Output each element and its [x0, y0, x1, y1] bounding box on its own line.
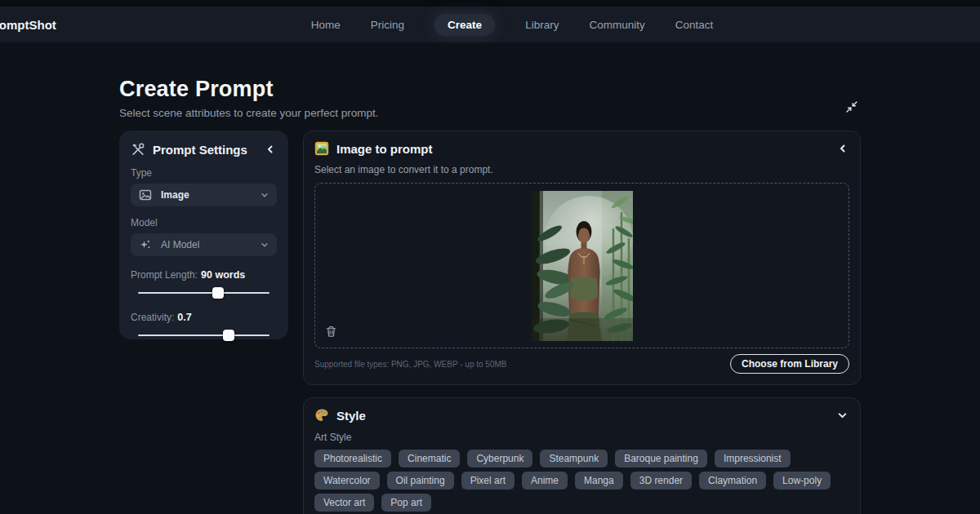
nav-item-library[interactable]: Library — [525, 19, 559, 31]
creativity-label: Creativity: — [131, 312, 174, 323]
chevron-down-icon — [261, 241, 269, 249]
chip-manga[interactable]: Manga — [575, 472, 623, 490]
image-to-prompt-panel: Image to prompt Select an image to conve… — [303, 131, 861, 385]
chip-baroque-painting[interactable]: Baroque painting — [615, 450, 707, 467]
style-panel-title: Style — [336, 409, 366, 423]
prompt-settings-title: Prompt Settings — [153, 143, 247, 157]
chip-oil-painting[interactable]: Oil painting — [387, 472, 454, 490]
nav-item-contact[interactable]: Contact — [675, 19, 714, 31]
prompt-settings-header: Prompt Settings — [131, 142, 277, 157]
page-content: Create Prompt Select scene attributes to… — [119, 42, 861, 514]
prompt-length-row: Prompt Length:90 words — [131, 269, 277, 281]
art-style-chips: Photorealistic Cinematic Cyberpunk Steam… — [314, 450, 849, 512]
image-panel-footer: Supported file types: PNG, JPG, WEBP - u… — [314, 354, 849, 374]
navbar: PromptShot Home Pricing Create Library C… — [0, 7, 980, 42]
page-title: Create Prompt — [119, 77, 378, 102]
chip-pixel-art[interactable]: Pixel art — [461, 472, 514, 490]
chevron-down-icon — [261, 191, 269, 199]
creativity-slider[interactable] — [138, 330, 270, 341]
chip-photorealistic[interactable]: Photorealistic — [314, 450, 391, 467]
slider-thumb[interactable] — [212, 287, 224, 299]
chip-cyberpunk[interactable]: Cyberpunk — [467, 450, 532, 467]
image-panel-subtitle: Select an image to convert it to a promp… — [314, 164, 849, 175]
choose-from-library-button[interactable]: Choose from Library — [730, 354, 849, 374]
type-dropdown[interactable]: Image — [131, 184, 277, 206]
chip-anime[interactable]: Anime — [522, 472, 568, 490]
model-label: Model — [131, 217, 277, 228]
art-style-label: Art Style — [314, 432, 849, 443]
main-nav: Home Pricing Create Library Community Co… — [311, 14, 713, 36]
trash-icon[interactable] — [325, 326, 337, 338]
chip-3d-render[interactable]: 3D render — [630, 472, 692, 490]
nav-item-home[interactable]: Home — [311, 19, 341, 31]
creativity-value: 0.7 — [177, 312, 191, 323]
content-layout: Prompt Settings Type Image — [119, 131, 861, 514]
page-header: Create Prompt Select scene attributes to… — [119, 42, 861, 119]
chip-watercolor[interactable]: Watercolor — [314, 472, 380, 490]
chip-steampunk[interactable]: Steampunk — [540, 450, 608, 467]
image-panel-title: Image to prompt — [336, 142, 433, 156]
framed-picture-icon — [314, 141, 329, 156]
chip-low-poly[interactable]: Low-poly — [773, 472, 831, 490]
prompt-length-slider[interactable] — [138, 287, 270, 299]
slider-thumb[interactable] — [223, 330, 234, 341]
style-panel: Style Art Style Photorealistic Cinematic… — [303, 397, 861, 514]
slider-track — [138, 335, 270, 336]
chip-pop-art[interactable]: Pop art — [381, 494, 431, 512]
image-dropzone[interactable] — [314, 183, 849, 348]
slider-track — [138, 292, 270, 294]
prompt-length-label: Prompt Length: — [131, 269, 198, 281]
brand-logo[interactable]: PromptShot — [0, 18, 56, 32]
sparkles-icon — [139, 238, 152, 251]
hammer-wrench-icon — [131, 142, 145, 157]
picture-icon — [139, 188, 152, 202]
prompt-length-value: 90 words — [201, 269, 245, 281]
style-panel-header: Style — [314, 408, 849, 423]
nav-item-pricing[interactable]: Pricing — [371, 19, 404, 31]
prompt-settings-panel: Prompt Settings Type Image — [119, 131, 288, 339]
chip-claymation[interactable]: Claymation — [699, 472, 766, 490]
file-types-note: Supported file types: PNG, JPG, WEBP - u… — [314, 360, 506, 369]
type-value: Image — [161, 189, 189, 201]
page-subtitle: Select scene attributes to create your p… — [119, 107, 378, 119]
creativity-row: Creativity:0.7 — [131, 312, 277, 323]
palette-icon — [314, 408, 329, 423]
chevron-left-icon[interactable] — [836, 142, 849, 155]
chip-impressionist[interactable]: Impressionist — [715, 450, 791, 467]
uploaded-image-preview — [532, 191, 633, 341]
chevron-left-icon[interactable] — [264, 143, 277, 156]
chip-vector-art[interactable]: Vector art — [314, 494, 374, 512]
nav-item-community[interactable]: Community — [589, 19, 644, 31]
type-label: Type — [131, 167, 277, 179]
main-column: Image to prompt Select an image to conve… — [303, 131, 861, 514]
nav-item-create[interactable]: Create — [434, 14, 495, 36]
chip-cinematic[interactable]: Cinematic — [399, 450, 460, 467]
top-strip — [0, 0, 980, 7]
model-dropdown[interactable]: AI Model — [131, 233, 277, 256]
collapse-arrows-icon[interactable] — [843, 98, 861, 119]
model-value: AI Model — [161, 239, 199, 250]
image-panel-header: Image to prompt — [314, 141, 849, 156]
chevron-down-icon[interactable] — [835, 409, 849, 423]
